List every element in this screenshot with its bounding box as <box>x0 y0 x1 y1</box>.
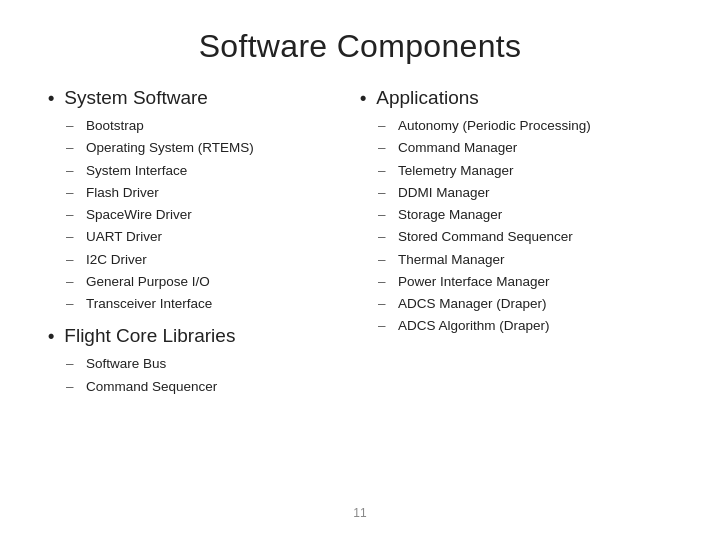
list-item: –Stored Command Sequencer <box>378 226 672 248</box>
flight-core-header: • Flight Core Libraries <box>48 325 360 347</box>
system-software-list: –Bootstrap –Operating System (RTEMS) –Sy… <box>48 115 360 315</box>
item-label: Bootstrap <box>86 115 144 137</box>
bullet-dot-1: • <box>48 88 54 109</box>
applications-header: • Applications <box>360 87 672 109</box>
system-software-label: System Software <box>64 87 208 109</box>
list-item: –Operating System (RTEMS) <box>66 137 360 159</box>
system-software-section: • System Software –Bootstrap –Operating … <box>48 87 360 315</box>
list-item: –UART Driver <box>66 226 360 248</box>
list-item: –DDMI Manager <box>378 182 672 204</box>
list-item: –Flash Driver <box>66 182 360 204</box>
item-label: Autonomy (Periodic Processing) <box>398 115 591 137</box>
list-item: –Transceiver Interface <box>66 293 360 315</box>
list-item: –Power Interface Manager <box>378 271 672 293</box>
item-label: ADCS Algorithm (Draper) <box>398 315 550 337</box>
bullet-dot-2: • <box>48 326 54 347</box>
list-item: –Autonomy (Periodic Processing) <box>378 115 672 137</box>
list-item: –Command Manager <box>378 137 672 159</box>
content-area: • System Software –Bootstrap –Operating … <box>48 87 672 500</box>
list-item: –Telemetry Manager <box>378 160 672 182</box>
item-label: SpaceWire Driver <box>86 204 192 226</box>
item-label: I2C Driver <box>86 249 147 271</box>
item-label: Transceiver Interface <box>86 293 212 315</box>
list-item: –SpaceWire Driver <box>66 204 360 226</box>
list-item: –Command Sequencer <box>66 376 360 398</box>
system-software-header: • System Software <box>48 87 360 109</box>
list-item: –I2C Driver <box>66 249 360 271</box>
flight-core-section: • Flight Core Libraries –Software Bus –C… <box>48 325 360 398</box>
flight-core-label: Flight Core Libraries <box>64 325 235 347</box>
item-label: Stored Command Sequencer <box>398 226 573 248</box>
slide-footer: 11 <box>48 506 672 520</box>
list-item: –ADCS Manager (Draper) <box>378 293 672 315</box>
right-column: • Applications –Autonomy (Periodic Proce… <box>360 87 672 500</box>
item-label: General Purpose I/O <box>86 271 210 293</box>
item-label: Power Interface Manager <box>398 271 550 293</box>
list-item: –ADCS Algorithm (Draper) <box>378 315 672 337</box>
item-label: Command Sequencer <box>86 376 217 398</box>
applications-section: • Applications –Autonomy (Periodic Proce… <box>360 87 672 338</box>
item-label: DDMI Manager <box>398 182 490 204</box>
page-number: 11 <box>353 506 366 520</box>
item-label: System Interface <box>86 160 187 182</box>
item-label: Command Manager <box>398 137 517 159</box>
item-label: Storage Manager <box>398 204 502 226</box>
applications-label: Applications <box>376 87 478 109</box>
slide: Software Components • System Software –B… <box>0 0 720 540</box>
slide-title: Software Components <box>48 28 672 65</box>
item-label: Software Bus <box>86 353 166 375</box>
list-item: –Storage Manager <box>378 204 672 226</box>
item-label: Operating System (RTEMS) <box>86 137 254 159</box>
list-item: –Software Bus <box>66 353 360 375</box>
bullet-dot-3: • <box>360 88 366 109</box>
list-item: –System Interface <box>66 160 360 182</box>
left-column: • System Software –Bootstrap –Operating … <box>48 87 360 500</box>
item-label: ADCS Manager (Draper) <box>398 293 547 315</box>
item-label: UART Driver <box>86 226 162 248</box>
item-label: Flash Driver <box>86 182 159 204</box>
item-label: Thermal Manager <box>398 249 505 271</box>
list-item: –General Purpose I/O <box>66 271 360 293</box>
flight-core-list: –Software Bus –Command Sequencer <box>48 353 360 398</box>
list-item: –Thermal Manager <box>378 249 672 271</box>
item-label: Telemetry Manager <box>398 160 514 182</box>
list-item: –Bootstrap <box>66 115 360 137</box>
applications-list: –Autonomy (Periodic Processing) –Command… <box>360 115 672 338</box>
